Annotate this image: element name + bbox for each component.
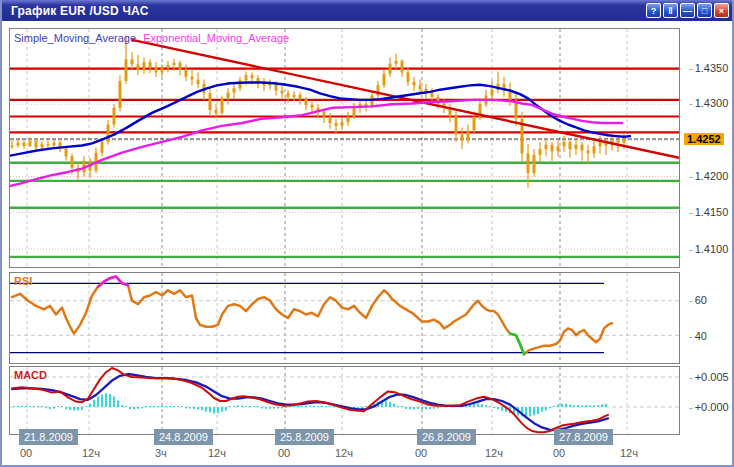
legend-ema-label: Exponential_Moving_Average (143, 32, 289, 44)
date-label: 27.8.2009 (554, 429, 613, 445)
chart-window: График EUR /USD ЧАС ? ‖ — □ × Simple_Mov… (0, 0, 734, 467)
macd-axis-label: +0.005 (689, 371, 729, 383)
title-bar[interactable]: График EUR /USD ЧАС ? ‖ — □ × (2, 0, 732, 21)
close-button[interactable]: × (714, 3, 729, 18)
date-label: 21.8.2009 (19, 429, 78, 445)
time-label: 00 (20, 447, 32, 459)
indicator-legend: Simple_Moving_Average Exponential_Moving… (14, 32, 289, 44)
date-label: 26.8.2009 (417, 429, 476, 445)
window-title: График EUR /USD ЧАС (11, 4, 149, 18)
help-button[interactable]: ? (646, 3, 661, 18)
rsi-canvas[interactable] (10, 273, 679, 363)
maximize-button[interactable]: □ (697, 3, 712, 18)
window-controls: ? ‖ — □ × (646, 3, 729, 18)
price-axis-label: 1.4300 (689, 97, 728, 109)
time-label: 12ч (208, 447, 226, 459)
rsi-axis-label: 40 (689, 330, 707, 342)
minimize-button[interactable]: — (680, 3, 695, 18)
rsi-panel-label: RSI (14, 275, 32, 287)
rsi-axis-label: 60 (689, 294, 707, 306)
time-label: 00 (415, 447, 427, 459)
time-label: 12ч (620, 447, 638, 459)
price-axis-label: 1.4200 (689, 170, 728, 182)
price-axis-label: 1.4350 (689, 62, 728, 74)
date-label: 24.8.2009 (154, 429, 213, 445)
time-label: 12ч (335, 447, 353, 459)
rsi-panel[interactable]: RSI (9, 272, 680, 364)
price-axis-label: 1.4150 (689, 206, 728, 218)
time-label: 12ч (82, 447, 100, 459)
date-label: 25.8.2009 (275, 429, 334, 445)
macd-panel[interactable]: MACD (9, 366, 680, 435)
time-label: 3ч (155, 447, 167, 459)
time-label: 00 (278, 447, 290, 459)
time-label: 12ч (485, 447, 503, 459)
price-chart-canvas[interactable] (10, 29, 679, 267)
price-chart-panel[interactable]: Simple_Moving_Average Exponential_Moving… (9, 28, 680, 268)
macd-axis-label: +0.000 (689, 401, 729, 413)
price-axis-label: 1.4100 (689, 243, 728, 255)
time-label: 00 (553, 447, 565, 459)
macd-canvas[interactable] (10, 367, 679, 434)
pause-button[interactable]: ‖ (663, 3, 678, 18)
legend-sma-label: Simple_Moving_Average (14, 32, 136, 44)
macd-panel-label: MACD (14, 369, 47, 381)
current-price-tag: 1.4252 (684, 133, 724, 145)
